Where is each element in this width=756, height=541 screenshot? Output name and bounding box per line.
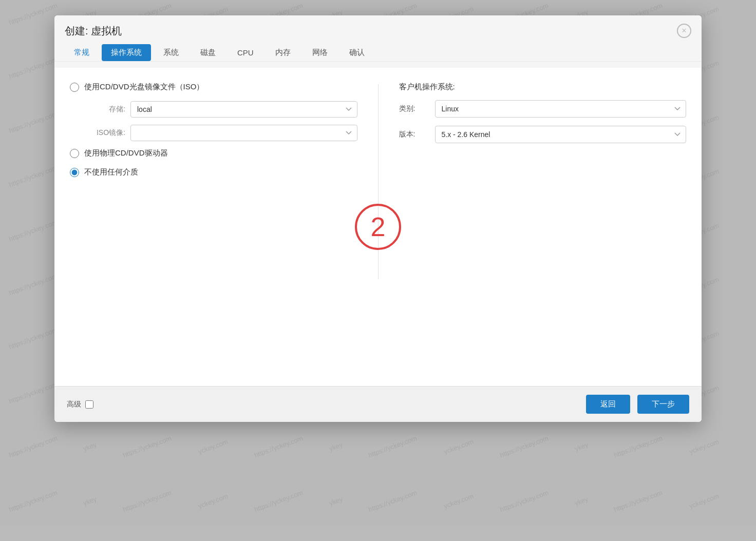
tab-disk[interactable]: 磁盘 bbox=[191, 44, 225, 61]
dialog-header: 创建: 虚拟机 × bbox=[54, 15, 702, 38]
none-option-label[interactable]: 不使用任何介质 bbox=[84, 167, 138, 177]
tab-confirm[interactable]: 确认 bbox=[340, 44, 374, 61]
storage-select[interactable]: local bbox=[130, 101, 357, 118]
os-type-row: 类别: Linux Windows Other bbox=[399, 100, 687, 118]
iso-image-select[interactable] bbox=[130, 125, 357, 141]
dialog-body: 使用CD/DVD光盘镜像文件（ISO） 存储: local ISO镜像: bbox=[54, 68, 702, 386]
tab-os[interactable]: 操作系统 bbox=[102, 44, 151, 61]
create-vm-dialog: 创建: 虚拟机 × 常规 操作系统 系统 磁盘 CPU 内存 网络 确认 bbox=[54, 15, 702, 422]
dialog-footer: 高级 返回 下一步 bbox=[54, 386, 702, 422]
none-radio[interactable] bbox=[70, 168, 79, 177]
os-version-row: 版本: 5.x - 2.6 Kernel 4.x - 3.10 Kernel O… bbox=[399, 126, 687, 143]
iso-option-label[interactable]: 使用CD/DVD光盘镜像文件（ISO） bbox=[84, 82, 204, 92]
iso-field-row: ISO镜像: bbox=[70, 125, 357, 141]
tab-general[interactable]: 常规 bbox=[65, 44, 99, 61]
right-section: 客户机操作系统: 类别: Linux Windows Other 版本: 5.x… bbox=[399, 82, 687, 279]
physical-radio[interactable] bbox=[70, 149, 79, 158]
advanced-section: 高级 bbox=[67, 400, 93, 409]
close-button[interactable]: × bbox=[677, 24, 691, 38]
back-button[interactable]: 返回 bbox=[586, 395, 630, 414]
advanced-label: 高级 bbox=[67, 400, 81, 409]
none-option-row: 不使用任何介质 bbox=[70, 167, 357, 177]
iso-option-row: 使用CD/DVD光盘镜像文件（ISO） bbox=[70, 82, 357, 92]
tab-system[interactable]: 系统 bbox=[154, 44, 188, 61]
iso-radio[interactable] bbox=[70, 83, 79, 92]
os-version-select[interactable]: 5.x - 2.6 Kernel 4.x - 3.10 Kernel Other bbox=[435, 126, 687, 143]
tab-network[interactable]: 网络 bbox=[303, 44, 337, 61]
tab-memory[interactable]: 内存 bbox=[266, 44, 300, 61]
os-type-label: 类别: bbox=[399, 104, 430, 113]
iso-image-label: ISO镜像: bbox=[84, 128, 125, 138]
os-type-select[interactable]: Linux Windows Other bbox=[435, 100, 687, 118]
dialog-title: 创建: 虚拟机 bbox=[65, 24, 122, 38]
section-divider bbox=[378, 84, 379, 279]
next-button[interactable]: 下一步 bbox=[637, 395, 689, 414]
physical-option-row: 使用物理CD/DVD驱动器 bbox=[70, 148, 357, 158]
tab-cpu[interactable]: CPU bbox=[228, 45, 263, 61]
tabs-bar: 常规 操作系统 系统 磁盘 CPU 内存 网络 确认 bbox=[54, 38, 702, 61]
left-section: 使用CD/DVD光盘镜像文件（ISO） 存储: local ISO镜像: bbox=[70, 82, 357, 279]
physical-option-label[interactable]: 使用物理CD/DVD驱动器 bbox=[84, 148, 168, 158]
os-version-label: 版本: bbox=[399, 130, 430, 139]
advanced-checkbox[interactable] bbox=[85, 400, 93, 409]
guest-os-title: 客户机操作系统: bbox=[399, 82, 687, 92]
storage-label: 存储: bbox=[84, 105, 125, 114]
storage-field-row: 存储: local bbox=[70, 101, 357, 118]
